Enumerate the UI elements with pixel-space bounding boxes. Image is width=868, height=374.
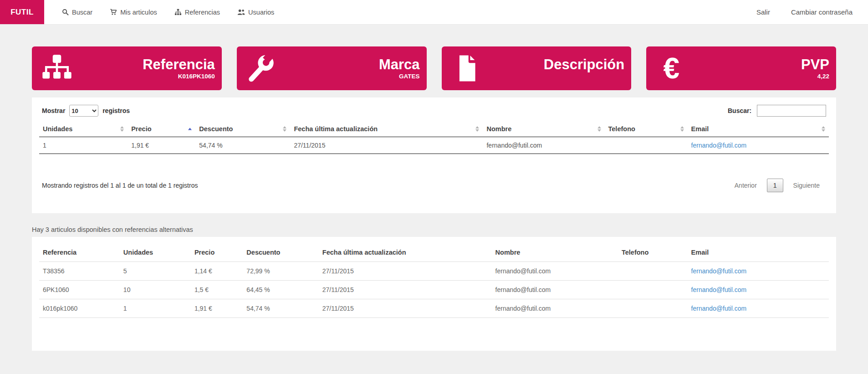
euro-icon: € — [654, 51, 688, 85]
nav-item-label: Usuarios — [248, 9, 274, 16]
cell-descuento: 54,74 % — [243, 299, 318, 318]
card-referencia: Referencia K016PK1060 — [32, 46, 222, 90]
cell-nombre: fernando@futil.com — [492, 299, 618, 318]
card-title: Referencia — [143, 56, 215, 73]
column-header-email: Email — [688, 243, 829, 262]
table-info: Mostrando registros del 1 al 1 de un tot… — [42, 182, 198, 189]
cell-nombre: fernando@futil.com — [483, 137, 604, 154]
card-marca: Marca GATES — [237, 46, 427, 90]
search-icon — [62, 9, 69, 15]
cell-precio: 1,91 € — [191, 299, 243, 318]
nav-item-buscar[interactable]: Buscar — [53, 0, 101, 24]
cell-email: fernando@futil.com — [688, 137, 829, 154]
column-header-descuento[interactable]: Descuento — [195, 121, 290, 137]
column-header-nombre: Nombre — [492, 243, 618, 262]
alternatives-table: Referencia Unidades Precio Descuento Fec… — [39, 243, 829, 318]
cell-telefono — [618, 299, 688, 318]
nav-item-label: Buscar — [72, 9, 92, 16]
column-header-unidades: Unidades — [120, 243, 191, 262]
cell-unidades: 1 — [39, 137, 128, 154]
offers-panel: Mostrar 10 registros Buscar: Unidades Pr… — [32, 97, 836, 213]
column-header-nombre[interactable]: Nombre — [483, 121, 604, 137]
sort-icon — [822, 126, 825, 132]
show-label: Mostrar — [42, 107, 65, 114]
email-link[interactable]: fernando@futil.com — [691, 286, 747, 293]
nav-item-referencias[interactable]: Referencias — [166, 0, 229, 24]
column-header-referencia: Referencia — [39, 243, 120, 262]
alternatives-panel: Referencia Unidades Precio Descuento Fec… — [32, 237, 836, 351]
column-header-fecha[interactable]: Fecha última actualización — [290, 121, 483, 137]
nav-item-usuarios[interactable]: Usuarios — [229, 0, 283, 24]
offers-table: Unidades Precio Descuento Fecha última a… — [39, 121, 829, 154]
table-row: T38356 5 1,14 € 72,99 % 27/11/2015 ferna… — [39, 262, 829, 281]
summary-cards: Referencia K016PK1060 Marca GATES — [32, 46, 836, 90]
pagination-previous[interactable]: Anterior — [728, 179, 763, 192]
column-header-email[interactable]: Email — [688, 121, 829, 137]
sort-icon — [475, 126, 479, 132]
cell-descuento: 72,99 % — [243, 262, 318, 281]
column-header-telefono: Telefono — [618, 243, 688, 262]
cell-nombre: fernando@futil.com — [492, 281, 618, 299]
page: FUTIL Buscar Mis articulos Referencias — [0, 0, 868, 374]
cell-unidades: 10 — [120, 281, 191, 299]
header-row: Unidades Precio Descuento Fecha última a… — [39, 121, 829, 137]
cell-nombre: fernando@futil.com — [492, 262, 618, 281]
cell-fecha: 27/11/2015 — [290, 137, 483, 154]
nav-item-mis-articulos[interactable]: Mis articulos — [101, 0, 166, 24]
cell-email: fernando@futil.com — [688, 262, 829, 281]
email-link[interactable]: fernando@futil.com — [691, 305, 747, 312]
column-header-telefono[interactable]: Telefono — [605, 121, 688, 137]
main-menu: Buscar Mis articulos Referencias Usuario… — [53, 0, 283, 24]
column-header-fecha: Fecha última actualización — [319, 243, 492, 262]
sitemap-icon — [174, 9, 182, 15]
cell-telefono — [618, 281, 688, 299]
card-title: Marca — [379, 56, 420, 73]
table-row: 6PK1060 10 1,5 € 64,45 % 27/11/2015 fern… — [39, 281, 829, 299]
nav-item-label: Mis articulos — [120, 9, 157, 16]
file-icon — [450, 51, 484, 85]
cart-icon — [110, 9, 117, 15]
cell-referencia: T38356 — [39, 262, 120, 281]
card-title: Descripción — [544, 56, 624, 73]
cell-telefono — [605, 137, 688, 154]
card-pvp: € PVP 4,22 — [646, 46, 836, 90]
cell-precio: 1,5 € — [191, 281, 243, 299]
alternatives-heading: Hay 3 articulos disponibles con referenc… — [32, 226, 836, 233]
nav-item-label: Referencias — [185, 9, 220, 16]
pagination-next[interactable]: Siguiente — [787, 179, 826, 192]
pagination-page-1[interactable]: 1 — [767, 179, 783, 192]
card-descripcion: Descripción — [442, 46, 632, 90]
logout-link[interactable]: Salir — [756, 8, 770, 16]
email-link[interactable]: fernando@futil.com — [691, 267, 747, 275]
table-search-control: Buscar: — [728, 105, 826, 117]
card-subtitle: GATES — [399, 73, 420, 80]
table-search-input[interactable] — [757, 105, 826, 117]
card-title: PVP — [801, 56, 829, 73]
sort-icon — [597, 126, 601, 132]
change-password-link[interactable]: Cambiar contraseña — [791, 8, 853, 16]
sitemap-icon — [40, 51, 74, 85]
cell-precio: 1,14 € — [191, 262, 243, 281]
sort-icon — [680, 126, 684, 132]
cell-referencia: 6PK1060 — [39, 281, 120, 299]
column-header-descuento: Descuento — [243, 243, 318, 262]
navbar-right: Salir Cambiar contraseña — [756, 0, 868, 24]
cell-email: fernando@futil.com — [688, 281, 829, 299]
column-header-unidades[interactable]: Unidades — [39, 121, 128, 137]
page-length-select[interactable]: 10 — [69, 105, 98, 117]
cell-descuento: 64,45 % — [243, 281, 318, 299]
column-header-precio: Precio — [191, 243, 243, 262]
card-subtitle: 4,22 — [817, 73, 829, 80]
pagination: Anterior 1 Siguiente — [728, 179, 826, 192]
top-navbar: FUTIL Buscar Mis articulos Referencias — [0, 0, 868, 25]
email-link[interactable]: fernando@futil.com — [691, 142, 747, 149]
wrench-icon — [245, 51, 279, 85]
page-length-control: Mostrar 10 registros — [42, 105, 130, 117]
search-label: Buscar: — [728, 107, 751, 114]
cell-fecha: 27/11/2015 — [319, 299, 492, 318]
cell-referencia: k016pk1060 — [39, 299, 120, 318]
cell-fecha: 27/11/2015 — [319, 262, 492, 281]
column-header-precio[interactable]: Precio — [128, 121, 195, 137]
brand-logo[interactable]: FUTIL — [0, 0, 44, 24]
table-row: 1 1,91 € 54,74 % 27/11/2015 fernando@fut… — [39, 137, 829, 154]
